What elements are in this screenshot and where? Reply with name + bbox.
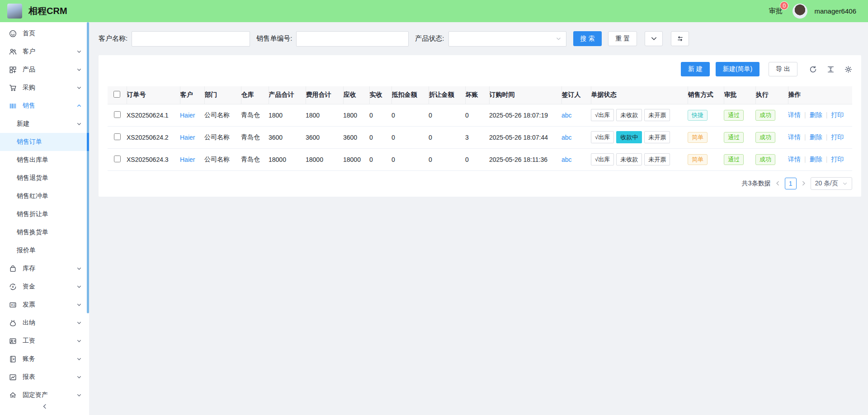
cell-order-time: 2025-05-26 18:07:19 bbox=[489, 104, 561, 126]
customer-name-input[interactable] bbox=[132, 31, 250, 47]
chevron-down-icon bbox=[76, 356, 82, 362]
home-icon bbox=[9, 391, 17, 398]
signer-link[interactable]: abc bbox=[561, 112, 572, 119]
prev-page-button[interactable] bbox=[775, 180, 781, 186]
transfer-filters-button[interactable] bbox=[671, 31, 689, 46]
sidebar-item-inventory[interactable]: 库存 bbox=[0, 259, 89, 278]
sidebar-item-reports[interactable]: 报表 bbox=[0, 368, 89, 386]
cell-fee-total: 3600 bbox=[306, 126, 343, 148]
detail-link[interactable]: 详情 bbox=[788, 156, 801, 163]
create-button[interactable]: 新 建 bbox=[681, 62, 710, 76]
chevron-up-icon bbox=[76, 103, 82, 108]
cell-order-no: XS20250624.1 bbox=[127, 104, 180, 126]
gear-icon[interactable] bbox=[844, 66, 852, 73]
col-header: 应收 bbox=[343, 86, 369, 104]
sidebar-item-sales-allowance[interactable]: 销售折让单 bbox=[0, 205, 89, 223]
status-tag: 未收款 bbox=[616, 153, 642, 165]
reset-button[interactable]: 重 置 bbox=[608, 31, 637, 46]
approval-tag: 通过 bbox=[724, 154, 744, 165]
row-checkbox[interactable] bbox=[114, 156, 121, 162]
table-row: XS20250624.3 Haier 公司名称 青岛仓 18000 18000 … bbox=[108, 148, 852, 170]
chevron-down-icon bbox=[76, 49, 82, 54]
sidebar-item-quotation[interactable]: 报价单 bbox=[0, 241, 89, 259]
customer-link[interactable]: Haier bbox=[180, 156, 195, 163]
print-link[interactable]: 打印 bbox=[822, 111, 844, 118]
sidebar-item-purchasing[interactable]: 采购 bbox=[0, 79, 89, 97]
chevron-left-icon bbox=[42, 403, 48, 410]
brand: 相程CRM bbox=[7, 4, 67, 19]
search-button[interactable]: 搜 索 bbox=[573, 31, 602, 46]
collapse-sidebar-button[interactable] bbox=[0, 398, 89, 415]
total-count-label: 共3条数据 bbox=[742, 179, 771, 188]
sidebar-item-invoices[interactable]: ¥ 发票 bbox=[0, 296, 89, 314]
cell-order-no: XS20250624.3 bbox=[127, 148, 180, 170]
smiley-icon bbox=[9, 30, 17, 38]
cell-received: 0 bbox=[369, 148, 392, 170]
sale-mode-tag: 简单 bbox=[688, 132, 708, 143]
page-size-value: 20 条/页 bbox=[815, 179, 838, 188]
print-link[interactable]: 打印 bbox=[822, 133, 844, 141]
cell-department: 公司名称 bbox=[204, 148, 241, 170]
print-link[interactable]: 打印 bbox=[822, 156, 844, 163]
chevron-down-icon bbox=[76, 284, 82, 289]
delete-link[interactable]: 删除 bbox=[801, 133, 822, 141]
page-number[interactable]: 1 bbox=[785, 178, 797, 189]
row-checkbox[interactable] bbox=[114, 133, 121, 140]
refresh-icon[interactable] bbox=[809, 66, 817, 73]
svg-text:¥: ¥ bbox=[12, 285, 14, 289]
row-height-icon[interactable] bbox=[827, 66, 835, 73]
orders-card: 新 建 新建(简单) 导 出 bbox=[99, 55, 861, 197]
signer-link[interactable]: abc bbox=[561, 156, 572, 163]
sidebar-item-new[interactable]: 新建 bbox=[0, 115, 89, 133]
sidebar-item-fixed-assets[interactable]: 固定资产 bbox=[0, 386, 89, 398]
sidebar-item-label: 首页 bbox=[23, 29, 82, 38]
delete-link[interactable]: 删除 bbox=[801, 111, 822, 118]
svg-text:¥: ¥ bbox=[13, 357, 14, 360]
user-avatar[interactable] bbox=[793, 4, 807, 19]
sidebar-item-customers[interactable]: 客户 bbox=[0, 42, 89, 61]
status-tag: 未开票 bbox=[644, 153, 670, 165]
cell-actions: 详情删除打印 bbox=[788, 148, 852, 170]
sidebar-item-funds[interactable]: ¥ 资金 bbox=[0, 278, 89, 296]
sidebar-item-label: 新建 bbox=[17, 120, 71, 128]
sidebar-item-sales-returns[interactable]: 销售退货单 bbox=[0, 169, 89, 187]
status-tag: 收款中 bbox=[616, 131, 642, 143]
sidebar-item-products[interactable]: 产品 bbox=[0, 61, 89, 79]
signer-link[interactable]: abc bbox=[561, 134, 572, 141]
next-page-button[interactable] bbox=[801, 180, 807, 186]
page-size-select[interactable]: 20 条/页 bbox=[811, 177, 852, 190]
table-toolbar: 新 建 新建(简单) 导 出 bbox=[108, 62, 852, 76]
sidebar-item-home[interactable]: 首页 bbox=[0, 24, 89, 42]
cell-doc-status: √出库未收款未开票 bbox=[591, 148, 688, 170]
table-row: XS20250624.1 Haier 公司名称 青岛仓 1800 1800 18… bbox=[108, 104, 852, 126]
sidebar-item-sales[interactable]: 销售 bbox=[0, 97, 89, 115]
create-simple-button[interactable]: 新建(简单) bbox=[716, 62, 760, 76]
delete-link[interactable]: 删除 bbox=[801, 156, 822, 163]
sidebar-item-salary[interactable]: 工资 bbox=[0, 332, 89, 350]
sidebar: 首页 客户 产品 bbox=[0, 22, 89, 415]
customer-link[interactable]: Haier bbox=[180, 134, 195, 141]
status-tag: 未开票 bbox=[644, 109, 670, 121]
detail-link[interactable]: 详情 bbox=[788, 111, 801, 118]
cell-deduction: 0 bbox=[392, 148, 429, 170]
sidebar-item-sales-exchange[interactable]: 销售换货单 bbox=[0, 223, 89, 241]
sidebar-item-label: 销售折让单 bbox=[17, 210, 82, 218]
product-status-select[interactable] bbox=[448, 31, 566, 47]
username[interactable]: manager6406 bbox=[814, 7, 856, 15]
export-button[interactable]: 导 出 bbox=[769, 62, 797, 76]
expand-filters-button[interactable] bbox=[645, 31, 663, 46]
sales-order-no-input[interactable] bbox=[296, 31, 409, 47]
sidebar-item-sales-red-reversal[interactable]: 销售红冲单 bbox=[0, 187, 89, 205]
detail-link[interactable]: 详情 bbox=[788, 133, 801, 141]
select-all-checkbox[interactable] bbox=[113, 91, 120, 98]
sidebar-item-accounting[interactable]: ¥ 账务 bbox=[0, 350, 89, 368]
approvals-menu[interactable]: 审批 0 bbox=[769, 7, 782, 15]
sidebar-scrollbar[interactable] bbox=[87, 22, 89, 313]
sidebar-item-cashier[interactable]: 出纳 bbox=[0, 314, 89, 332]
sidebar-item-sales-outbound[interactable]: 销售出库单 bbox=[0, 151, 89, 169]
bag-icon bbox=[9, 265, 17, 273]
sidebar-item-sales-orders[interactable]: 销售订单 bbox=[0, 133, 89, 151]
svg-text:¥: ¥ bbox=[11, 303, 13, 307]
customer-link[interactable]: Haier bbox=[180, 112, 195, 119]
row-checkbox[interactable] bbox=[114, 111, 121, 118]
